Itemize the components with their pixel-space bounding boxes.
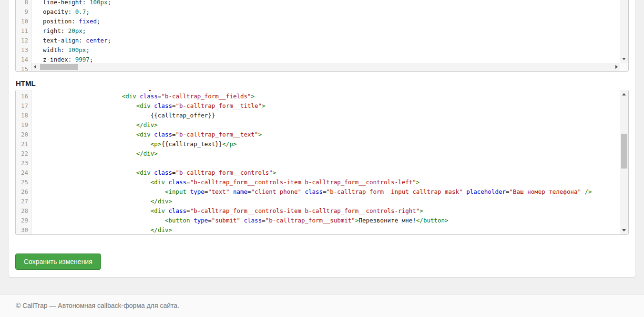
line-number: 28	[16, 206, 31, 216]
code-line: line-height: 100px;	[36, 0, 620, 7]
code-line	[36, 158, 620, 168]
line-number-gutter: 89101112131415	[16, 0, 31, 71]
line-number: 13	[16, 45, 31, 55]
line-number: 15	[16, 64, 31, 72]
code-line: opacity: 0.7;	[36, 7, 620, 17]
code-line: text-align: center;	[36, 36, 620, 45]
line-number: 21	[16, 139, 31, 149]
line-number: 10	[16, 17, 31, 26]
code-line: <div class="b-calltrap_form__controls-it…	[36, 206, 620, 216]
code-line: <div class="b-calltrap_form__title">	[36, 101, 620, 111]
code-line: <div class="b-calltrap_form__controls-it…	[36, 178, 620, 187]
line-number: 9	[16, 7, 31, 17]
code-line: </div>	[36, 149, 620, 158]
code-line: </div>	[36, 197, 620, 206]
scroll-down-arrow-icon[interactable]	[620, 55, 628, 63]
clipped-code-fragment	[149, 90, 151, 91]
code-line: position: fixed;	[36, 17, 620, 26]
line-number: 23	[16, 158, 31, 168]
code-line: {{calltrap_offer}}	[36, 111, 620, 120]
line-number: 12	[16, 36, 31, 45]
line-number: 29	[16, 216, 31, 225]
horizontal-scrollbar-thumb[interactable]	[40, 64, 78, 70]
line-number: 24	[16, 168, 31, 178]
line-number: 11	[16, 26, 31, 36]
line-number: 26	[16, 187, 31, 197]
footer-copyright: © CallTrap — Автономная callback-форма д…	[16, 302, 179, 309]
line-number: 14	[16, 55, 31, 64]
line-number: 18	[16, 111, 31, 120]
line-number: 8	[16, 0, 31, 7]
horizontal-scrollbar[interactable]	[31, 63, 620, 71]
css-code-area[interactable]: line-height: 100px; opacity: 0.7; positi…	[32, 0, 620, 71]
code-line: width: 100px;	[36, 45, 620, 55]
line-number: 22	[16, 149, 31, 158]
vertical-scrollbar[interactable]	[620, 0, 628, 63]
html-section-label: HTML	[16, 79, 36, 87]
code-line: <input type="text" name="client_phone" c…	[36, 187, 620, 197]
html-code-area[interactable]: <div class="b-calltrap_form__fields"> <d…	[32, 90, 620, 234]
code-line: <p>{{calltrap_text}}</p>	[36, 139, 620, 149]
line-number: 25	[16, 178, 31, 187]
line-number: 19	[16, 120, 31, 130]
page-footer: © CallTrap — Автономная callback-форма д…	[0, 295, 644, 317]
vertical-scrollbar-thumb[interactable]	[621, 134, 627, 169]
code-line: <div class="b-calltrap_form__fields">	[36, 92, 620, 101]
css-code-editor[interactable]: 89101112131415 line-height: 100px; opaci…	[15, 0, 629, 72]
scroll-right-arrow-icon[interactable]	[612, 63, 620, 71]
code-line: </div>	[36, 120, 620, 130]
scrollbar-corner	[620, 63, 628, 71]
line-number: 16	[16, 92, 31, 101]
line-number: 17	[16, 101, 31, 111]
line-number: 20	[16, 130, 31, 139]
html-code-editor[interactable]: 161718192021222324252627282930 <div clas…	[15, 90, 629, 235]
code-line: <div class="b-calltrap_form__text">	[36, 130, 620, 139]
save-changes-button[interactable]: Сохранить изменения	[15, 254, 101, 270]
line-number-gutter: 161718192021222324252627282930	[16, 90, 31, 234]
scroll-left-arrow-icon[interactable]	[31, 63, 40, 71]
code-line: <div class="b-calltrap_form__controls">	[36, 168, 620, 178]
code-line: right: 20px;	[36, 26, 620, 36]
scroll-down-arrow-icon[interactable]	[620, 226, 628, 234]
page: 89101112131415 line-height: 100px; opaci…	[0, 0, 644, 317]
code-line: <button type="submit" class="b-calltrap_…	[36, 216, 620, 225]
line-number: 30	[16, 225, 31, 235]
line-number: 27	[16, 197, 31, 206]
scroll-up-arrow-icon[interactable]	[620, 90, 628, 98]
vertical-scrollbar[interactable]	[620, 90, 628, 234]
code-line: </div>	[36, 225, 620, 234]
